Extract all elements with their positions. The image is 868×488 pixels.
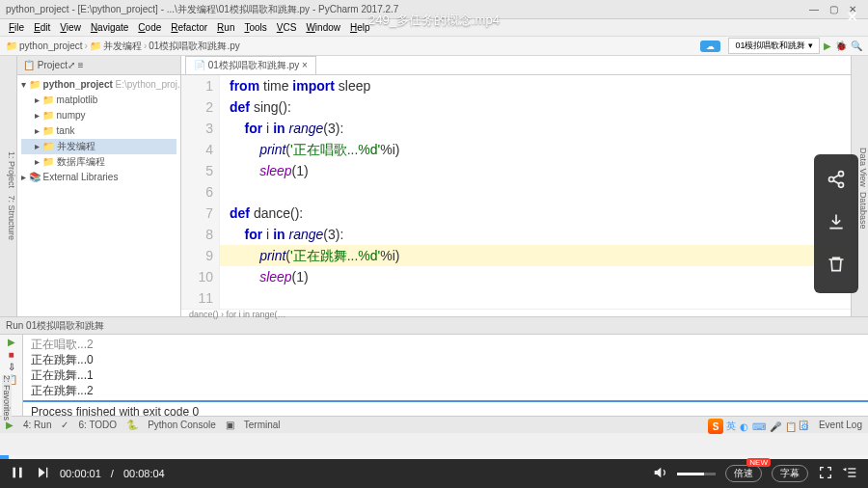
volume-icon[interactable] — [652, 465, 667, 482]
nav-bar: 📁 python_project › 📁 并发编程 › 01模拟唱歌和跳舞.py… — [0, 37, 868, 56]
duration: 00:08:04 — [123, 468, 165, 479]
breadcrumb[interactable]: python_project — [19, 41, 83, 51]
run-config-selector[interactable]: 01模拟唱歌和跳舞 ▾ — [728, 38, 820, 54]
rerun-icon[interactable]: ▶ — [8, 337, 15, 347]
run-tab[interactable]: 4: Run — [23, 420, 51, 430]
main-area: 1: Project 7: Structure 📋 Project ⤢ ≡ ▾ … — [0, 56, 868, 316]
debug-button-icon[interactable]: 🐞 — [835, 41, 847, 51]
svg-point-1 — [829, 177, 834, 182]
run-button-icon[interactable]: ▶ — [824, 41, 831, 51]
delete-icon[interactable] — [827, 255, 846, 278]
svg-line-4 — [833, 180, 839, 183]
fullscreen-icon[interactable] — [818, 465, 833, 482]
video-close-button[interactable]: ✕ — [846, 8, 858, 26]
output-line: 正在跳舞...0 — [31, 352, 860, 367]
output-line: 正在跳舞...1 — [31, 367, 860, 383]
left-gutter-tabs[interactable]: 1: Project 7: Structure — [0, 56, 17, 316]
svg-point-0 — [839, 172, 844, 176]
breadcrumb[interactable]: 并发编程 — [103, 40, 142, 53]
ime-icon[interactable]: ⚙ — [800, 421, 810, 432]
icon[interactable]: ⇩ — [8, 362, 15, 372]
run-panel-header: Run 01模拟唱歌和跳舞 — [0, 317, 868, 335]
editor-tab[interactable]: 📄 01模拟唱歌和跳舞.py × — [185, 56, 316, 74]
download-icon[interactable] — [827, 212, 846, 235]
svg-rect-5 — [13, 468, 15, 478]
project-tree[interactable]: ▾ 📁 python_project E:\python_proj... ▸ 📁… — [17, 75, 180, 187]
ime-icon[interactable]: 📋 — [784, 421, 798, 432]
search-icon[interactable]: 🔍 — [851, 41, 862, 51]
event-log-tab[interactable]: Event Log — [819, 420, 862, 430]
subtitle-button[interactable]: 字幕 — [772, 465, 808, 482]
svg-line-3 — [833, 175, 839, 177]
project-tool-window: 📋 Project ⤢ ≡ ▾ 📁 python_project E:\pyth… — [17, 56, 181, 316]
output-line: 正在唱歌...2 — [31, 337, 860, 352]
code-content[interactable]: from time import sleepdef sing(): for i … — [220, 75, 851, 309]
video-title: 249_多任务的概念.mp4 — [0, 12, 868, 29]
exit-message: Process finished with exit code 0 — [31, 404, 860, 420]
current-time: 00:00:01 — [60, 468, 101, 479]
terminal-tab[interactable]: Terminal — [244, 420, 281, 430]
python-console-tab[interactable]: Python Console — [148, 420, 216, 430]
progress-bar[interactable] — [0, 455, 868, 459]
editor-area: 📄 01模拟唱歌和跳舞.py × 1234567891011 from time… — [181, 56, 851, 316]
folder-icon: 📋 — [23, 60, 35, 70]
breadcrumb[interactable]: 01模拟唱歌和跳舞.py — [149, 40, 239, 53]
speed-button[interactable]: 倍速NEW — [725, 465, 762, 482]
stop-icon[interactable]: ■ — [8, 349, 14, 360]
playlist-icon[interactable] — [843, 465, 858, 482]
pause-button-icon[interactable] — [10, 465, 25, 482]
output-line: 正在跳舞...2 — [31, 383, 860, 398]
ime-icon[interactable]: ◐ — [739, 421, 749, 432]
volume-slider[interactable] — [677, 473, 716, 475]
share-icon[interactable] — [827, 170, 846, 193]
ime-icon[interactable]: ⌨ — [751, 421, 767, 432]
svg-point-2 — [839, 182, 844, 187]
ime-mode-label[interactable]: 英 — [725, 420, 737, 433]
sogou-icon[interactable]: S — [708, 419, 723, 434]
line-number-gutter: 1234567891011 — [181, 75, 220, 309]
ime-icon[interactable]: 🎤 — [769, 421, 782, 432]
video-side-panel — [814, 154, 858, 293]
editor-breadcrumb[interactable]: dance() › for i in range(… — [181, 309, 851, 319]
folder-icon: 📁 — [6, 41, 17, 51]
project-panel-header: 📋 Project ⤢ ≡ — [17, 56, 180, 75]
run-tool-window: Run 01模拟唱歌和跳舞 ▶ ■ ⇩ 📋 正在唱歌...2 正在跳舞...0 … — [0, 316, 868, 416]
favorites-tab[interactable]: 2: Favorites — [2, 375, 12, 420]
next-button-icon[interactable] — [35, 465, 50, 482]
run-output[interactable]: 正在唱歌...2 正在跳舞...0 正在跳舞...1 正在跳舞...2 Proc… — [23, 335, 868, 416]
ime-indicator[interactable]: S 英 ◐ ⌨ 🎤 📋 ⚙ — [708, 419, 810, 434]
folder-icon: 📁 — [90, 41, 101, 51]
video-player-bar: 00:00:01 / 00:08:04 倍速NEW 字幕 — [0, 459, 868, 488]
svg-rect-6 — [19, 468, 22, 478]
cloud-sync-icon[interactable]: ☁ — [700, 41, 720, 52]
pycharm-window: python_project - [E:\python_project] - .… — [0, 0, 868, 459]
todo-tab[interactable]: 6: TODO — [78, 420, 117, 430]
code-editor[interactable]: 1234567891011 from time import sleepdef … — [181, 75, 851, 309]
